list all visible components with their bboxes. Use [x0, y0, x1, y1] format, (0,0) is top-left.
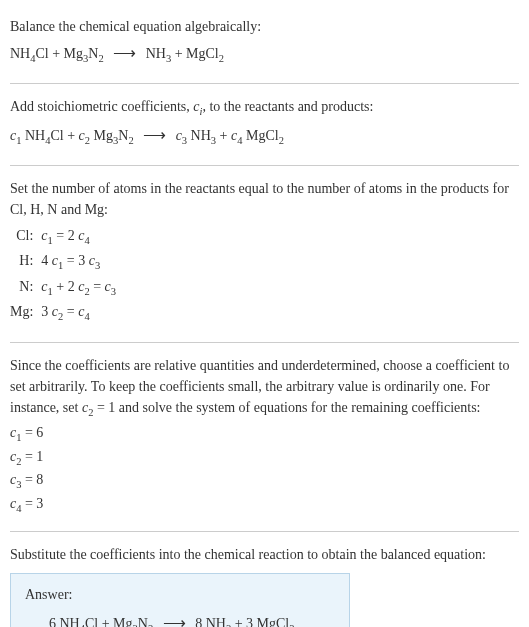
eq-part: Cl + Mg: [35, 46, 83, 61]
balance-eq: c1 = 2 c4: [41, 224, 122, 250]
eq-part: NH: [21, 128, 45, 143]
divider: [10, 342, 519, 343]
coef-line: c2 = 1: [10, 446, 519, 470]
eq-part: NH: [146, 46, 166, 61]
eq-sub: 2: [279, 135, 284, 146]
eq-text: + 2: [53, 279, 78, 294]
coef-val: = 1: [21, 449, 43, 464]
coef-val: = 6: [21, 425, 43, 440]
eq-part: + 3 MgCl: [231, 616, 289, 627]
section-substitute: Substitute the coefficients into the che…: [10, 536, 519, 627]
eq-part: Cl + Mg: [85, 616, 133, 627]
table-row: N: c1 + 2 c2 = c3: [10, 275, 122, 301]
element-label: Mg:: [10, 300, 41, 326]
eq-text: = 2: [53, 228, 78, 243]
section-add-coefficients: Add stoichiometric coefficients, ci, to …: [10, 88, 519, 161]
balanced-equation: 6 NH4Cl + Mg3N2 ⟶ 8 NH3 + 3 MgCl2: [25, 611, 335, 627]
eq-sub: 2: [148, 622, 153, 627]
coef-val: = 8: [21, 472, 43, 487]
eq-text: =: [63, 304, 78, 319]
eq-sub: 2: [289, 622, 294, 627]
coef-line: c1 = 6: [10, 422, 519, 446]
answer-label: Answer:: [25, 584, 335, 605]
coef-line: c3 = 8: [10, 469, 519, 493]
eq-part: N: [118, 128, 128, 143]
eq-part: 8 NH: [195, 616, 226, 627]
section-balance-prompt: Balance the chemical equation algebraica…: [10, 8, 519, 79]
coef-sub: 3: [95, 260, 100, 271]
coef-line: c4 = 3: [10, 493, 519, 517]
balance-eq: 4 c1 = 3 c3: [41, 249, 122, 275]
eq-part: N: [88, 46, 98, 61]
prompt-text: Balance the chemical equation algebraica…: [10, 16, 519, 37]
element-label: Cl:: [10, 224, 41, 250]
eq-text: 4: [41, 253, 52, 268]
instruction-text: Substitute the coefficients into the che…: [10, 544, 519, 565]
text-part: = 1 and solve the system of equations fo…: [93, 400, 480, 415]
eq-sub: 2: [98, 53, 103, 64]
element-label: N:: [10, 275, 41, 301]
eq-text: = 3: [63, 253, 88, 268]
eq-text: =: [90, 279, 105, 294]
coef-val: = 3: [21, 496, 43, 511]
text-part: Add stoichiometric coefficients,: [10, 99, 193, 114]
instruction-text: Add stoichiometric coefficients, ci, to …: [10, 96, 519, 120]
table-row: H: 4 c1 = 3 c3: [10, 249, 122, 275]
divider: [10, 83, 519, 84]
arrow-icon: ⟶: [143, 123, 166, 147]
divider: [10, 531, 519, 532]
eq-part: NH: [187, 128, 211, 143]
section-solve: Since the coefficients are relative quan…: [10, 347, 519, 527]
table-row: Mg: 3 c2 = c4: [10, 300, 122, 326]
eq-part: + MgCl: [171, 46, 219, 61]
divider: [10, 165, 519, 166]
instruction-text: Set the number of atoms in the reactants…: [10, 178, 519, 220]
arrow-icon: ⟶: [163, 611, 186, 627]
coefficient-solutions: c1 = 6 c2 = 1 c3 = 8 c4 = 3: [10, 422, 519, 516]
eq-sub: 2: [219, 53, 224, 64]
eq-part: Cl +: [50, 128, 78, 143]
unbalanced-equation: NH4Cl + Mg3N2 ⟶ NH3 + MgCl2: [10, 41, 519, 67]
balance-eq: 3 c2 = c4: [41, 300, 122, 326]
coef-sub: 3: [111, 286, 116, 297]
atom-balance-table: Cl: c1 = 2 c4 H: 4 c1 = 3 c3 N: c1 + 2 c…: [10, 224, 122, 326]
eq-part: +: [216, 128, 231, 143]
coef-sub: 4: [84, 234, 89, 245]
eq-part: N: [138, 616, 148, 627]
balance-eq: c1 + 2 c2 = c3: [41, 275, 122, 301]
eq-sub: 2: [128, 135, 133, 146]
eq-part: Mg: [90, 128, 113, 143]
instruction-text: Since the coefficients are relative quan…: [10, 355, 519, 421]
table-row: Cl: c1 = 2 c4: [10, 224, 122, 250]
coef-sub: 4: [84, 311, 89, 322]
text-part: , to the reactants and products:: [202, 99, 373, 114]
arrow-icon: ⟶: [113, 41, 136, 65]
answer-box: Answer: 6 NH4Cl + Mg3N2 ⟶ 8 NH3 + 3 MgCl…: [10, 573, 350, 627]
eq-text: 3: [41, 304, 52, 319]
eq-part: MgCl: [242, 128, 278, 143]
eq-part: 6 NH: [49, 616, 80, 627]
eq-part: NH: [10, 46, 30, 61]
coefficient-equation: c1 NH4Cl + c2 Mg3N2 ⟶ c3 NH3 + c4 MgCl2: [10, 123, 519, 149]
section-atom-equations: Set the number of atoms in the reactants…: [10, 170, 519, 338]
element-label: H:: [10, 249, 41, 275]
